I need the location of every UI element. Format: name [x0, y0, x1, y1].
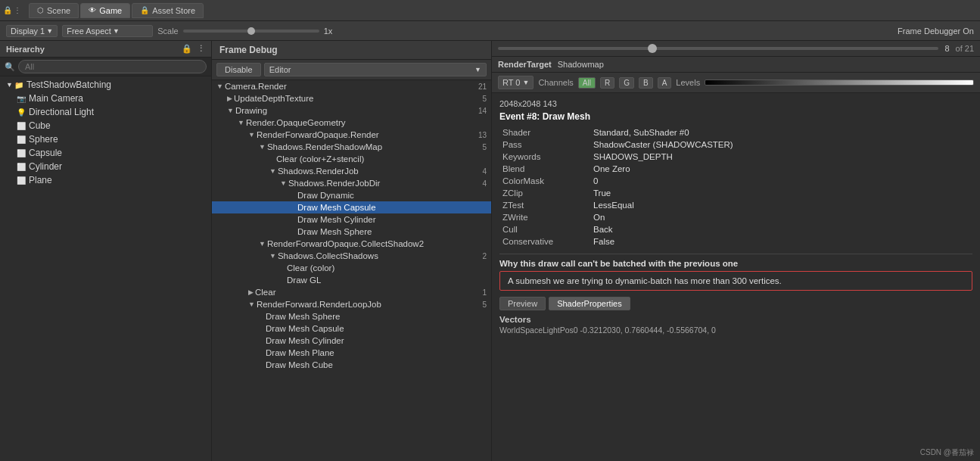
ft-shadows-render-job[interactable]: ▼ Shadows.RenderJob 4 [212, 165, 491, 177]
display-chevron-icon: ▼ [46, 27, 53, 35]
render-target-value: Shadowmap [558, 60, 604, 69]
right-panel: 8 of 21 RenderTarget Shadowmap RT 0 ▼ Ch… [492, 41, 980, 461]
game-icon: 👁 [89, 6, 96, 14]
tree-item-main-camera[interactable]: 📷 Main Camera [0, 92, 211, 105]
tab-asset-store[interactable]: 🔒 Asset Store [132, 3, 204, 18]
frame-debug-toolbar: Disable Editor ▼ [212, 60, 491, 80]
bottom-tabs: Preview ShaderProperties [499, 297, 972, 310]
ft-draw-mesh-capsule[interactable]: ▶ Draw Mesh Capsule [212, 201, 491, 213]
info-prop-key: ZClip [499, 187, 590, 199]
levels-track[interactable] [705, 79, 974, 86]
tree-item-cube[interactable]: ⬜ Cube [0, 119, 211, 132]
info-table-row: ShaderStandard, SubShader #0 [499, 126, 972, 139]
shader-properties-tab[interactable]: ShaderProperties [549, 297, 630, 310]
info-table-row: ZTestLessEqual [499, 199, 972, 211]
info-table: ShaderStandard, SubShader #0PassShadowCa… [499, 126, 972, 248]
ft-loop-draw-cylinder[interactable]: ▶ Draw Mesh Cylinder [212, 335, 491, 347]
hierarchy-lock-icon2: 🔒 [182, 44, 192, 54]
tree-item-cylinder[interactable]: ⬜ Cylinder [0, 160, 211, 173]
tree-item-dir-light[interactable]: 💡 Directional Light [0, 105, 211, 119]
scene-icon: ⬡ [37, 6, 44, 14]
frame-debugger-label: Frame Debugger On [898, 26, 974, 36]
info-prop-value: True [590, 187, 972, 199]
hierarchy-dots-icon: ⋮ [197, 44, 205, 54]
tree-item-capsule[interactable]: ⬜ Capsule [0, 146, 211, 160]
ft-arrow-collect-shadows: ▼ [269, 252, 276, 260]
ft-shadows-render-job-dir[interactable]: ▼ Shadows.RenderJobDir 4 [212, 177, 491, 189]
preview-tab[interactable]: Preview [499, 297, 546, 310]
root-icon: 📁 [14, 81, 23, 89]
info-table-row: ConservativeFalse [499, 235, 972, 248]
ft-loop-draw-sphere[interactable]: ▶ Draw Mesh Sphere [212, 310, 491, 322]
ft-render-opaque-geo[interactable]: ▼ Render.OpaqueGeometry [212, 117, 491, 129]
ft-render-forward-collect[interactable]: ▼ RenderForwardOpaque.CollectShadow2 [212, 238, 491, 250]
channel-b-btn[interactable]: B [639, 77, 653, 89]
rt0-select[interactable]: RT 0 ▼ [498, 76, 534, 89]
main-layout: Hierarchy 🔒 ⋮ 🔍 ▼ 📁 TestShadowBatching 📷… [0, 41, 980, 461]
ft-shadows-collect[interactable]: ▼ Shadows.CollectShadows 2 [212, 250, 491, 262]
aspect-select[interactable]: Free Aspect ▼ [62, 25, 153, 37]
ft-render-forward-opaque[interactable]: ▼ RenderForwardOpaque.Render 13 [212, 129, 491, 141]
ft-draw-gl[interactable]: ▶ Draw GL [212, 274, 491, 286]
disable-button[interactable]: Disable [216, 63, 261, 76]
ft-render-loop-job[interactable]: ▼ RenderForward.RenderLoopJob 5 [212, 298, 491, 310]
channel-g-btn[interactable]: G [619, 77, 634, 89]
frame-slider[interactable] [498, 47, 938, 50]
tree-item-plane[interactable]: ⬜ Plane [0, 173, 211, 187]
csdn-watermark: CSDN @番茄禄 [920, 447, 974, 458]
ft-arrow-forward-opaque: ▼ [248, 131, 255, 139]
info-prop-key: ColorMask [499, 175, 590, 187]
ft-arrow-clear: ▶ [248, 288, 254, 296]
hierarchy-header: Hierarchy 🔒 ⋮ [0, 41, 211, 58]
sphere-icon: ⬜ [17, 135, 26, 144]
hierarchy-tree: ▼ 📁 TestShadowBatching 📷 Main Camera 💡 D… [0, 76, 211, 461]
ft-arrow-loop-job: ▼ [248, 301, 255, 308]
info-prop-key: ZWrite [499, 211, 590, 223]
ft-loop-draw-cube[interactable]: ▶ Draw Mesh Cube [212, 359, 491, 371]
info-table-row: ZWriteOn [499, 211, 972, 223]
ft-shadows-render-shadowmap[interactable]: ▼ Shadows.RenderShadowMap 5 [212, 141, 491, 153]
display-select[interactable]: Display 1 ▼ [6, 25, 58, 37]
ft-loop-draw-capsule[interactable]: ▶ Draw Mesh Capsule [212, 322, 491, 335]
ft-loop-draw-plane[interactable]: ▶ Draw Mesh Plane [212, 347, 491, 359]
ft-arrow-update-depth: ▶ [227, 95, 232, 102]
aspect-chevron-icon: ▼ [113, 27, 120, 35]
second-bar: Display 1 ▼ Free Aspect ▼ Scale 1x Frame… [0, 21, 980, 41]
editor-select[interactable]: Editor ▼ [264, 63, 487, 76]
tab-scene[interactable]: ⬡ Scene [29, 3, 79, 18]
ft-clear-stencil[interactable]: ▶ Clear (color+Z+stencil) [212, 153, 491, 165]
channels-label: Channels [538, 78, 573, 87]
right-info: 2048x2048 143 Event #8: Draw Mesh Shader… [492, 93, 980, 461]
scale-slider[interactable] [183, 30, 319, 33]
hierarchy-search-input[interactable] [18, 60, 207, 73]
ft-draw-dynamic[interactable]: ▶ Draw Dynamic [212, 189, 491, 201]
info-prop-key: Cull [499, 223, 590, 235]
ft-drawing[interactable]: ▼ Drawing 14 [212, 104, 491, 117]
tab-game[interactable]: 👁 Game [80, 3, 130, 18]
frame-debug-panel: Frame Debug Disable Editor ▼ ▼ Camera.Re… [212, 41, 492, 461]
channel-all-btn[interactable]: All [578, 77, 596, 89]
ft-arrow-collect: ▼ [259, 240, 266, 248]
slider-of: of 21 [956, 44, 974, 53]
ft-clear[interactable]: ▶ Clear 1 [212, 286, 491, 298]
ft-update-depth[interactable]: ▶ UpdateDepthTexture 5 [212, 92, 491, 104]
tree-item-sphere[interactable]: ⬜ Sphere [0, 132, 211, 146]
info-prop-key: Blend [499, 163, 590, 175]
channels-row: RT 0 ▼ Channels All R G B A Levels [492, 73, 980, 93]
ft-draw-mesh-cylinder[interactable]: ▶ Draw Mesh Cylinder [212, 213, 491, 226]
info-prop-value: 0 [590, 175, 972, 187]
batch-reason-title: Why this draw call can't be batched with… [499, 254, 972, 268]
ft-draw-mesh-sphere[interactable]: ▶ Draw Mesh Sphere [212, 226, 491, 238]
ft-clear-color[interactable]: ▶ Clear (color) [212, 262, 491, 274]
root-arrow-icon: ▼ [6, 81, 13, 89]
tree-root-item[interactable]: ▼ 📁 TestShadowBatching [0, 78, 211, 92]
info-prop-value: LessEqual [590, 199, 972, 211]
channel-a-btn[interactable]: A [658, 77, 672, 89]
info-prop-value: SHADOWS_DEPTH [590, 151, 972, 163]
info-table-row: ZClipTrue [499, 187, 972, 199]
channel-r-btn[interactable]: R [600, 77, 614, 89]
info-prop-value: ShadowCaster (SHADOWCASTER) [590, 139, 972, 151]
ft-arrow-opaque-geo: ▼ [238, 119, 244, 126]
ft-arrow-render-job-dir: ▼ [280, 179, 287, 187]
ft-camera-render[interactable]: ▼ Camera.Render 21 [212, 80, 491, 92]
